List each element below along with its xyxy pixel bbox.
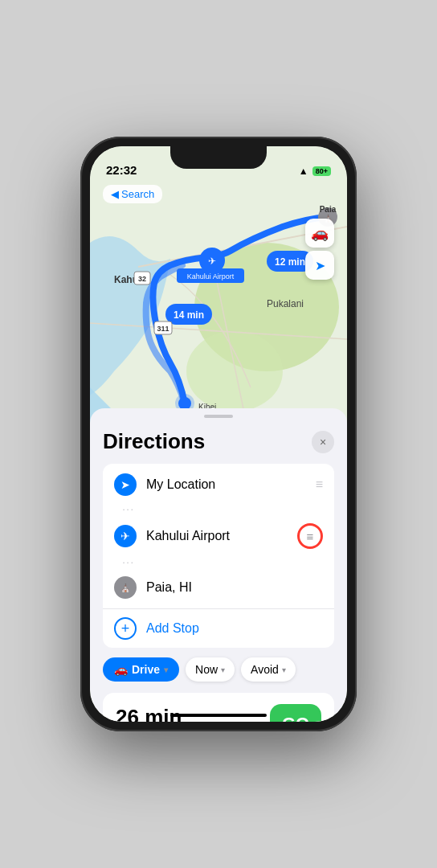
- go-button[interactable]: GO: [270, 704, 321, 722]
- airport-handle-highlighted[interactable]: ≡: [297, 523, 323, 549]
- battery-badge: 80+: [312, 166, 331, 176]
- my-location-handle[interactable]: ≡: [316, 477, 323, 492]
- handle-icon: ≡: [307, 530, 314, 543]
- home-indicator: [170, 714, 267, 717]
- now-button[interactable]: Now ▾: [186, 657, 235, 682]
- route-dots-1: • • •: [103, 506, 334, 514]
- route-item-paia[interactable]: ⛪ Paia, HI: [103, 567, 334, 608]
- svg-text:12 min: 12 min: [275, 256, 305, 268]
- drive-button[interactable]: 🚗 Drive ▾: [103, 657, 179, 682]
- avoid-button[interactable]: Avoid ▾: [241, 657, 296, 682]
- status-icons: ▲ 80+: [299, 166, 331, 177]
- go-section: 26 min 16 mi · 1 stop GO: [103, 693, 334, 722]
- avoid-label: Avoid: [251, 663, 279, 676]
- back-chevron-icon: ◀: [111, 188, 119, 200]
- destination-icon: ⛪: [114, 576, 137, 599]
- compass-button[interactable]: ➤: [305, 251, 334, 280]
- svg-text:32: 32: [138, 275, 146, 283]
- directions-title: Directions: [103, 429, 205, 454]
- location-icon: ➤: [114, 473, 137, 496]
- my-location-text: My Location: [146, 477, 306, 492]
- svg-text:✈: ✈: [208, 256, 216, 267]
- car-mode-button[interactable]: 🚗: [305, 219, 334, 248]
- drag-indicator: [204, 415, 233, 418]
- svg-text:311: 311: [157, 325, 169, 333]
- add-stop-row[interactable]: + Add Stop: [103, 608, 334, 648]
- phone-screen: 22:32 ▲ 80+: [90, 146, 347, 722]
- car-icon: 🚗: [311, 224, 329, 242]
- route-list: ➤ My Location ≡ • • • ✈ Kahului Airport: [103, 464, 334, 648]
- paia-text: Paia, HI: [146, 580, 323, 595]
- svg-point-2: [186, 331, 283, 411]
- drive-chevron-icon: ▾: [164, 665, 168, 674]
- notch: [170, 146, 267, 169]
- transport-bar: 🚗 Drive ▾ Now ▾ Avoid ▾: [103, 657, 334, 682]
- back-button[interactable]: ◀ Search: [103, 185, 162, 203]
- now-chevron-icon: ▾: [221, 665, 225, 674]
- svg-text:Paia: Paia: [320, 205, 337, 214]
- now-label: Now: [195, 663, 218, 676]
- wifi-icon: ▲: [299, 166, 308, 177]
- back-label: Search: [121, 188, 154, 200]
- route-item-airport[interactable]: ✈ Kahului Airport ≡: [103, 514, 334, 559]
- avoid-chevron-icon: ▾: [282, 665, 286, 674]
- panel-header: Directions ×: [103, 429, 334, 454]
- phone-frame: 22:32 ▲ 80+: [80, 137, 357, 731]
- svg-text:Pukalani: Pukalani: [267, 298, 304, 309]
- status-time: 22:32: [106, 163, 137, 177]
- bottom-panel: Directions × ➤ My Location ≡ • • •: [90, 408, 347, 722]
- drive-icon: 🚗: [114, 663, 128, 676]
- compass-icon: ➤: [315, 258, 325, 273]
- airport-text: Kahului Airport: [146, 529, 288, 543]
- airport-icon: ✈: [114, 525, 137, 547]
- svg-text:14 min: 14 min: [174, 309, 204, 321]
- add-stop-icon: +: [114, 617, 137, 640]
- route-dots-2: • • •: [103, 559, 334, 567]
- close-button[interactable]: ×: [312, 431, 334, 453]
- add-stop-text: Add Stop: [146, 621, 199, 636]
- drive-label: Drive: [132, 663, 160, 676]
- svg-text:Kahului Airport: Kahului Airport: [187, 272, 235, 280]
- route-item-my-location[interactable]: ➤ My Location ≡: [103, 464, 334, 506]
